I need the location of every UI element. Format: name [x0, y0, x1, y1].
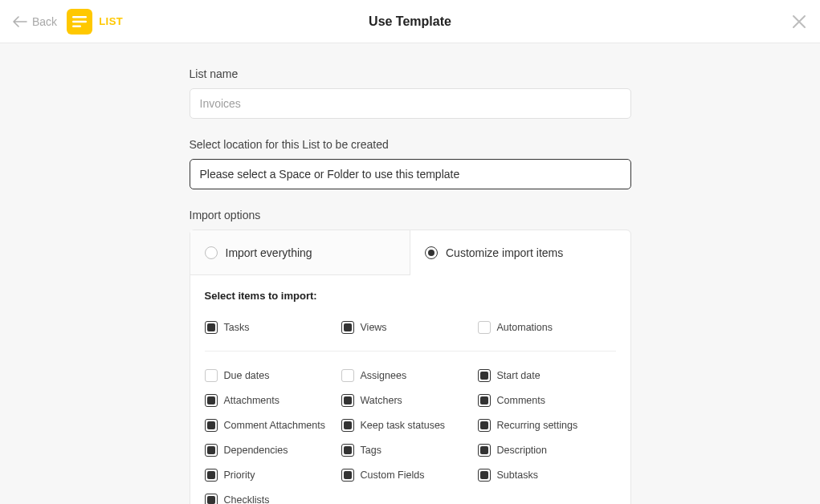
- checkbox-item[interactable]: Tags: [341, 437, 478, 462]
- checkbox-icon: [205, 494, 218, 505]
- checkbox-icon: [478, 419, 491, 432]
- checkbox-icon: [205, 369, 218, 382]
- checkbox-label: Keep task statuses: [361, 420, 446, 431]
- checkbox-icon: [478, 369, 491, 382]
- radio-label: Customize import items: [446, 246, 563, 259]
- checkbox-label: Views: [361, 322, 387, 333]
- modal-header: Back LIST Use Template: [0, 0, 820, 43]
- radio-icon: [205, 246, 218, 259]
- radio-row: Import everything Customize import items: [190, 230, 630, 275]
- checkbox-label: Priority: [224, 469, 255, 481]
- location-block: Select location for this List to be crea…: [190, 138, 631, 189]
- checkbox-icon: [478, 321, 491, 334]
- items-title: Select items to import:: [205, 290, 616, 302]
- items-grid-top: TasksViewsAutomations: [205, 315, 616, 352]
- checkbox-icon: [205, 394, 218, 407]
- checkbox-icon: [205, 469, 218, 482]
- template-type-badge: LIST: [67, 9, 123, 35]
- close-button[interactable]: [791, 14, 807, 30]
- checkbox-item[interactable]: Checklists: [205, 487, 341, 504]
- radio-import-everything[interactable]: Import everything: [190, 230, 411, 275]
- checkbox-label: Checklists: [224, 494, 270, 505]
- radio-icon: [425, 246, 438, 259]
- location-placeholder: Please select a Space or Folder to use t…: [200, 168, 460, 181]
- checkbox-item[interactable]: Watchers: [341, 388, 478, 413]
- checkbox-item[interactable]: Start date: [478, 363, 614, 388]
- checkbox-item[interactable]: Due dates: [205, 363, 341, 388]
- checkbox-icon: [341, 419, 354, 432]
- checkbox-label: Subtasks: [497, 469, 538, 481]
- checkbox-icon: [341, 394, 354, 407]
- checkbox-icon: [478, 469, 491, 482]
- checkbox-label: Due dates: [224, 370, 270, 381]
- location-select[interactable]: Please select a Space or Folder to use t…: [190, 159, 631, 189]
- checkbox-item[interactable]: Subtasks: [478, 462, 614, 487]
- items-section: Select items to import: TasksViewsAutoma…: [190, 275, 630, 504]
- checkbox-item[interactable]: Automations: [478, 315, 614, 339]
- checkbox-icon: [205, 444, 218, 457]
- import-options-block: Import options Import everything Customi…: [190, 209, 631, 504]
- checkbox-label: Assignees: [361, 370, 407, 381]
- checkbox-item[interactable]: Custom Fields: [341, 462, 478, 487]
- checkbox-item[interactable]: Views: [341, 315, 478, 339]
- radio-label: Import everything: [226, 246, 312, 259]
- checkbox-icon: [205, 321, 218, 334]
- checkbox-item[interactable]: Recurring settings: [478, 413, 614, 437]
- svg-rect-2: [72, 25, 81, 27]
- checkbox-icon: [478, 394, 491, 407]
- checkbox-item[interactable]: Attachments: [205, 388, 341, 413]
- checkbox-icon: [341, 369, 354, 382]
- back-label: Back: [32, 15, 57, 28]
- list-name-block: List name: [190, 67, 631, 119]
- list-name-label: List name: [190, 67, 631, 80]
- checkbox-label: Dependencies: [224, 445, 288, 456]
- checkbox-icon: [478, 444, 491, 457]
- items-grid-bottom: Due datesAssigneesStart dateAttachmentsW…: [205, 363, 616, 504]
- svg-rect-1: [72, 20, 87, 22]
- checkbox-label: Watchers: [361, 395, 402, 406]
- checkbox-label: Comment Attachments: [224, 420, 325, 431]
- checkbox-item[interactable]: Priority: [205, 462, 341, 487]
- arrow-left-icon: [13, 16, 27, 27]
- checkbox-icon: [341, 444, 354, 457]
- import-box: Import everything Customize import items…: [190, 230, 631, 504]
- checkbox-label: Recurring settings: [497, 420, 578, 431]
- checkbox-label: Comments: [497, 395, 545, 406]
- radio-customize-items[interactable]: Customize import items: [410, 230, 630, 275]
- import-options-label: Import options: [190, 209, 631, 222]
- checkbox-label: Start date: [497, 370, 541, 381]
- checkbox-icon: [341, 469, 354, 482]
- checkbox-item[interactable]: Keep task statuses: [341, 413, 478, 437]
- checkbox-item[interactable]: Dependencies: [205, 437, 341, 462]
- form-content: List name Select location for this List …: [190, 43, 631, 504]
- checkbox-label: Custom Fields: [361, 469, 425, 481]
- checkbox-item[interactable]: Description: [478, 437, 614, 462]
- checkbox-item[interactable]: Comments: [478, 388, 614, 413]
- page-title: Use Template: [369, 14, 451, 29]
- list-icon: [67, 9, 92, 35]
- checkbox-item[interactable]: Assignees: [341, 363, 478, 388]
- scroll-area[interactable]: List name Select location for this List …: [0, 43, 820, 504]
- checkbox-label: Description: [497, 445, 548, 456]
- checkbox-label: Tags: [361, 445, 381, 456]
- checkbox-icon: [205, 419, 218, 432]
- svg-rect-0: [72, 16, 87, 18]
- checkbox-label: Attachments: [224, 395, 279, 406]
- back-button[interactable]: Back: [13, 15, 57, 28]
- checkbox-label: Tasks: [224, 322, 250, 333]
- location-label: Select location for this List to be crea…: [190, 138, 631, 151]
- checkbox-label: Automations: [497, 322, 553, 333]
- checkbox-icon: [341, 321, 354, 334]
- checkbox-item[interactable]: Tasks: [205, 315, 341, 339]
- close-icon: [791, 14, 807, 30]
- list-name-input[interactable]: [190, 88, 631, 119]
- type-label: LIST: [99, 15, 123, 27]
- checkbox-item[interactable]: Comment Attachments: [205, 413, 341, 437]
